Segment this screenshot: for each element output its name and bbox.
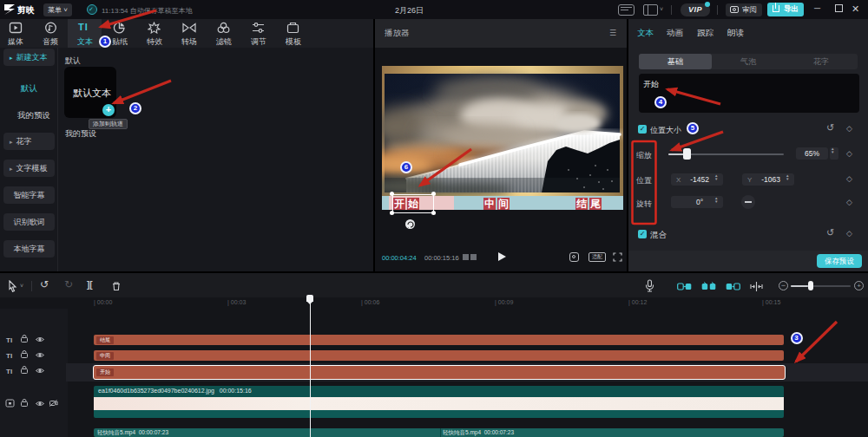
svg-text:TI: TI <box>6 368 12 375</box>
svg-text:TI: TI <box>6 352 12 360</box>
svg-text:TI: TI <box>6 336 12 344</box>
